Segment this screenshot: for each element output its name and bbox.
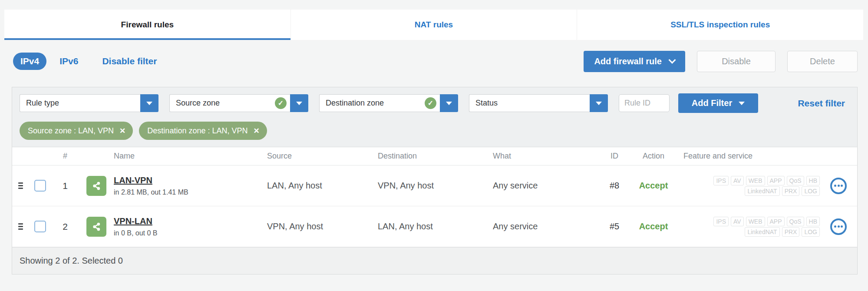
- tab-nat-rules[interactable]: NAT rules: [290, 10, 577, 40]
- feature-badge: QoS: [787, 176, 804, 185]
- feature-badge: HB: [806, 176, 820, 185]
- network-rule-share-icon[interactable]: [86, 217, 106, 237]
- header-feature-and-service: Feature and service: [677, 152, 820, 161]
- feature-and-service-badges: IPSAVWEBAPPQoSHB LinkedNATPRXLOG: [677, 217, 820, 237]
- table-footer: Showing 2 of 2. Selected 0: [12, 247, 857, 274]
- tab-bar: Firewall rules NAT rules SSL/TLS inspect…: [4, 10, 863, 40]
- reset-filter-link[interactable]: Reset filter: [798, 98, 845, 109]
- header-num: #: [51, 152, 79, 161]
- source-zone-dropdown-label: Source zone: [176, 99, 275, 108]
- filter-active-check-icon: ✓: [275, 97, 287, 109]
- destination-zone-dropdown-label: Destination zone: [326, 99, 425, 108]
- add-filter-button[interactable]: Add Filter: [678, 93, 758, 113]
- rule-source: VPN, Any host: [267, 222, 323, 231]
- feature-badge: LinkedNAT: [745, 227, 779, 237]
- badge-line: IPSAVWEBAPPQoSHB: [683, 176, 820, 185]
- feature-badge: LOG: [802, 227, 820, 237]
- caret-down-icon: [596, 102, 602, 105]
- rule-type-dropdown-label: Rule type: [26, 99, 137, 108]
- ipv6-toggle[interactable]: IPv6: [59, 56, 78, 66]
- add-firewall-rule-button[interactable]: Add firewall rule: [584, 51, 685, 72]
- destination-zone-dropdown-body: Destination zone ✓: [319, 94, 440, 112]
- header-source: Source: [267, 152, 378, 161]
- rule-id: #5: [610, 222, 619, 231]
- feature-badge: LinkedNAT: [745, 186, 779, 196]
- showing-summary: Showing 2 of 2. Selected 0: [20, 256, 123, 266]
- feature-badge: WEB: [746, 217, 765, 226]
- feature-badge: WEB: [746, 176, 765, 185]
- source-zone-dropdown-button[interactable]: [290, 94, 308, 112]
- feature-badge: PRX: [782, 186, 800, 196]
- source-zone-dropdown[interactable]: Source zone ✓: [169, 94, 308, 112]
- caret-down-icon: [739, 102, 745, 105]
- header-destination: Destination: [378, 152, 493, 161]
- rule-destination: LAN, Any host: [378, 222, 433, 231]
- table-body: 1 LAN-VPN in 2.81 MB, out 1.41 MB LAN, A…: [12, 165, 857, 247]
- status-dropdown-button[interactable]: [590, 94, 608, 112]
- caret-down-icon: [296, 102, 302, 105]
- chip-label: Source zone : LAN, VPN: [28, 126, 114, 136]
- source-zone-dropdown-body: Source zone ✓: [169, 94, 290, 112]
- remove-filter-icon[interactable]: ✕: [119, 126, 125, 136]
- rule-name-link[interactable]: LAN-VPN: [114, 175, 152, 185]
- row-actions-ellipsis-button[interactable]: [830, 218, 847, 235]
- feature-badge: LOG: [802, 186, 820, 196]
- row-actions-ellipsis-button[interactable]: [830, 178, 847, 194]
- feature-badge: PRX: [782, 227, 800, 237]
- feature-badge: AV: [731, 176, 744, 185]
- status-dropdown[interactable]: Status ✓: [469, 94, 608, 112]
- feature-badge: QoS: [787, 217, 804, 226]
- status-dropdown-label: Status: [475, 99, 586, 108]
- table-header: # Name Source Destination What ID Action…: [12, 147, 857, 165]
- rule-type-dropdown-button[interactable]: [140, 94, 158, 112]
- filter-bar: Rule type ✓ Source zone ✓ Destination zo…: [12, 87, 857, 119]
- rule-id-input[interactable]: [619, 94, 670, 112]
- destination-zone-filter-chip: Destination zone : LAN, VPN ✕: [139, 122, 267, 140]
- disable-filter-link[interactable]: Disable filter: [102, 56, 157, 66]
- table-row: 1 LAN-VPN in 2.81 MB, out 1.41 MB LAN, A…: [12, 165, 857, 206]
- toolbar: IPv4 IPv6 Disable filter Add firewall ru…: [13, 40, 858, 82]
- drag-handle-icon[interactable]: [18, 223, 23, 230]
- rule-type-dropdown[interactable]: Rule type ✓: [20, 94, 158, 112]
- remove-filter-icon[interactable]: ✕: [253, 126, 259, 136]
- disable-button[interactable]: Disable: [697, 51, 776, 72]
- status-dropdown-body: Status ✓: [469, 94, 590, 112]
- drag-handle-icon[interactable]: [18, 182, 23, 189]
- feature-badge: IPS: [713, 176, 729, 185]
- rule-name-link[interactable]: VPN-LAN: [114, 216, 152, 226]
- table-row: 2 VPN-LAN in 0 B, out 0 B VPN, Any host …: [12, 206, 857, 247]
- row-number: 2: [63, 222, 68, 231]
- feature-badge: IPS: [713, 217, 729, 226]
- tab-firewall-rules[interactable]: Firewall rules: [4, 10, 290, 40]
- rule-destination: VPN, Any host: [378, 181, 434, 190]
- destination-zone-dropdown-button[interactable]: [440, 94, 458, 112]
- rule-id: #8: [610, 181, 619, 190]
- badge-line: IPSAVWEBAPPQoSHB: [683, 217, 820, 226]
- ipv4-toggle[interactable]: IPv4: [13, 53, 46, 70]
- row-number: 1: [63, 181, 68, 191]
- header-what: What: [493, 152, 599, 161]
- add-firewall-rule-label: Add firewall rule: [594, 56, 662, 66]
- destination-zone-dropdown[interactable]: Destination zone ✓: [319, 94, 458, 112]
- header-name: Name: [114, 152, 267, 161]
- rule-type-dropdown-body: Rule type ✓: [20, 94, 140, 112]
- firewall-rules-panel: Rule type ✓ Source zone ✓ Destination zo…: [12, 87, 858, 274]
- feature-badge: APP: [767, 217, 785, 226]
- rule-what: Any service: [493, 181, 538, 190]
- network-rule-share-icon[interactable]: [86, 176, 106, 196]
- caret-down-icon: [146, 102, 152, 105]
- delete-button[interactable]: Delete: [787, 51, 858, 72]
- toolbar-actions: Add firewall rule Disable Delete: [584, 51, 858, 72]
- header-action: Action: [630, 152, 677, 161]
- rule-action-status: Accept: [639, 181, 668, 190]
- active-filter-chips: Source zone : LAN, VPN ✕ Destination zon…: [12, 119, 857, 147]
- source-zone-filter-chip: Source zone : LAN, VPN ✕: [20, 122, 133, 140]
- chip-label: Destination zone : LAN, VPN: [147, 126, 248, 136]
- row-checkbox[interactable]: [34, 221, 46, 232]
- badge-line: LinkedNATPRXLOG: [683, 186, 820, 196]
- row-checkbox[interactable]: [34, 180, 46, 192]
- feature-badge: HB: [806, 217, 820, 226]
- badge-line: LinkedNATPRXLOG: [683, 227, 820, 237]
- rule-action-status: Accept: [639, 222, 668, 231]
- tab-ssl-tls-inspection-rules[interactable]: SSL/TLS inspection rules: [577, 10, 863, 40]
